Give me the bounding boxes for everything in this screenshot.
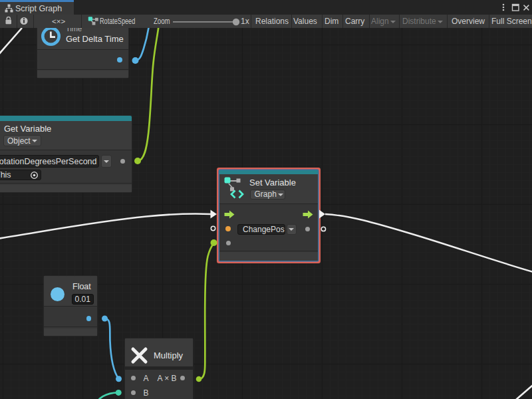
svg-text:<×>: <×> [52, 17, 65, 25]
